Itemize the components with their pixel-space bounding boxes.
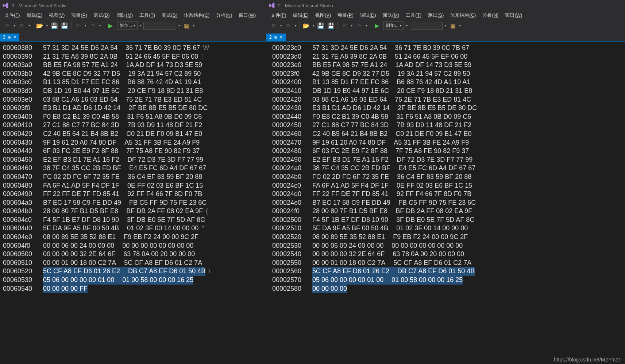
hex-row[interactable]: 0006039021 31 7E A8 39 8C 2A 0B51 24 66 … [3, 52, 263, 61]
hex-bytes[interactable]: 38 7F C4 35 CC 2B FD BFE4 E5 FC 6D A4 DF… [43, 164, 206, 173]
dropdown-icon[interactable]: ▾ [294, 21, 297, 30]
hex-bytes[interactable]: 6F 03 FC 2E E9 F2 8F 887F 75 A8 FE 90 82… [312, 147, 469, 156]
menu-item[interactable]: 项目(P) [68, 11, 90, 19]
hex-bytes[interactable]: F0 E8 C2 B1 39 C0 4B 5831 F6 51 A8 0B D0… [43, 113, 202, 121]
hex-row[interactable]: 00060450E2 EF B3 D1 7E A1 16 F2DF 72 D3 … [3, 156, 263, 164]
hex-row[interactable]: 000603c0B1 13 85 D1 F7 EE FC 86B6 88 76 … [3, 78, 263, 87]
hex-row[interactable]: .000025105E DA 9F A5 BF 00 50 4B01 02 3F… [272, 224, 622, 233]
save-icon[interactable]: 💾 [316, 21, 325, 30]
hex-row[interactable]: 00060480FA 6F A1 AD 5F F4 DF 1F0E FF 02 … [3, 181, 263, 190]
nav-back-icon[interactable]: ⭘ [269, 21, 278, 30]
hex-row[interactable]: .00002430E3 B1 D1 AD D6 1D 42 142F BE 8B… [272, 104, 622, 113]
dropdown-icon[interactable]: ▾ [46, 21, 49, 30]
hex-bytes[interactable]: 9F 19 61 20 A0 74 80 DFA5 31 FF 3B FE 24… [43, 138, 200, 147]
hex-bytes[interactable]: C2 40 B5 64 21 B4 8B B2C0 21 DE F0 09 B1… [43, 130, 202, 138]
hex-row[interactable]: .000023c057 31 3D 24 5E D6 2A 5436 71 7E… [272, 44, 622, 52]
dropdown-icon[interactable]: ▾ [178, 21, 181, 30]
document-tab[interactable]: 2 ⊕ ✕ [266, 34, 286, 41]
hex-row[interactable]: 000605205C CF A8 EF D6 01 26 E2DB C7 A8 … [3, 267, 263, 276]
redo-icon[interactable]: ↷ [355, 21, 363, 30]
menu-item[interactable]: 编辑(E) [290, 11, 312, 19]
hex-bytes[interactable]: 5E DA 9F A5 BF 00 50 4B01 02 3F 00 14 00… [312, 224, 468, 233]
menu-item[interactable]: 团队(M) [380, 11, 402, 19]
nav-back-icon[interactable]: ⭘ [3, 21, 12, 30]
hex-bytes[interactable]: 03 88 C1 A6 16 03 ED 6475 2E 71 7B E3 ED… [312, 95, 471, 104]
hex-editor[interactable]: .000023c057 31 3D 24 5E D6 2A 5436 71 7E… [266, 41, 625, 364]
hex-bytes[interactable]: E3 B1 D1 AD D6 1D 42 142F BE 8B E5 B5 DE… [312, 104, 477, 113]
hex-bytes[interactable]: DB 1D 19 E0 44 97 1E 6C20 CE F9 18 8D 21… [312, 87, 472, 95]
dropdown-icon[interactable]: ▾ [139, 21, 142, 30]
hex-row[interactable]: .0000242003 88 C1 A6 16 03 ED 6475 2E 71… [272, 95, 622, 104]
hex-bytes[interactable]: BB E5 FA 98 57 7E A1 241A AD DF 14 73 D3… [312, 61, 471, 70]
hex-bytes[interactable]: B7 EC 17 58 C9 FE DD 49FB C5 FF 9D 75 FE… [43, 199, 207, 207]
hex-editor[interactable]: 0006038057 31 3D 24 5E D6 2A 5436 71 7E … [0, 41, 266, 364]
dropdown-icon[interactable]: ▾ [28, 21, 31, 30]
hex-row[interactable]: 000604f000 00 06 00 24 00 00 0000 00 00 … [3, 242, 263, 250]
hex-bytes[interactable]: F4 5F 1B E7 DF D8 10 903F DB E0 5E 7F 5D… [312, 216, 474, 224]
hex-row[interactable]: 000604e008 00 89 5E 35 52 88 E1F9 EB F2 … [3, 233, 263, 242]
hex-bytes[interactable]: 21 31 7E A8 39 8C 2A 0B51 24 66 45 5F EF… [43, 52, 198, 61]
attach-button[interactable]: 附加...▾ [117, 21, 138, 30]
hex-bytes[interactable]: 28 00 80 7F B1 D5 BF E8BF DB 2A FF 08 02… [312, 207, 472, 216]
hex-bytes[interactable]: 08 00 89 5E 35 52 88 E1F9 EB F2 24 00 00… [43, 233, 198, 242]
hex-row[interactable]: 0006054000 00 00 00 FF [3, 285, 263, 293]
extension-icon[interactable]: ▦ [182, 21, 191, 30]
hex-bytes[interactable]: FF 22 FF DE 7F FD 85 4192 FF F4 66 7F 8D… [43, 190, 202, 199]
dropdown-icon[interactable]: ▾ [405, 21, 408, 30]
hex-bytes[interactable]: 6F 03 FC 2E E9 F2 8F 887F 75 A8 FE 90 82… [43, 147, 200, 156]
hex-row[interactable]: .0000254000 00 00 00 32 2E 64 6F63 78 0A… [272, 250, 622, 259]
dropdown-icon[interactable]: ▾ [350, 21, 353, 30]
hex-bytes[interactable]: FF 22 FF DE 7F FD 85 4192 FF F4 66 7F 8D… [312, 190, 471, 199]
save-icon[interactable]: 💾 [50, 21, 59, 30]
menu-item[interactable]: 工具(T) [136, 11, 158, 19]
hex-row[interactable]: .000024b0FC 02 2D FC 6F 72 35 FE36 C4 EF… [272, 173, 622, 181]
hex-row[interactable]: .0000258000 00 00 00 [272, 285, 622, 293]
save-all-icon[interactable]: 💾 [60, 21, 69, 30]
hex-row[interactable]: .000025605C CF A8 EF D6 01 26 E2DB C7 A8… [272, 267, 622, 276]
hex-bytes[interactable]: 27 C1 88 C7 77 BC 84 3D7B 93 D9 11 48 DF… [312, 121, 471, 130]
attach-button[interactable]: 附加...▾ [383, 21, 404, 30]
hex-row[interactable]: .0000255000 00 01 00 18 00 C2 7A5C CF A8… [272, 259, 622, 267]
dropdown-icon[interactable]: ▾ [312, 21, 315, 30]
nav-forward-icon[interactable]: ⭘ [18, 21, 26, 30]
hex-bytes[interactable]: FA 6F A1 AD 5F F4 DF 1F0E FF 02 03 E6 BF… [43, 181, 203, 190]
menu-item[interactable]: 视图(V) [46, 11, 67, 19]
start-icon[interactable]: ▶ [373, 21, 381, 30]
hex-row[interactable]: 000603a0BB E5 FA 98 57 7E A1 241A AD DF … [3, 61, 263, 70]
hex-row[interactable]: .0000252008 00 89 5E 35 52 88 E1F9 EB F2… [272, 233, 622, 242]
hex-bytes[interactable]: E2 EF B3 D1 7E A1 16 F2DF 72 D3 7E 3D F7… [43, 156, 203, 164]
hex-bytes[interactable]: 5C CF A8 EF D6 01 26 E2DB C7 A8 EF D6 01… [312, 267, 475, 276]
menu-item[interactable]: 测试(S) [425, 11, 447, 19]
pin-icon[interactable]: ⊕ [8, 35, 11, 40]
extension-icon[interactable]: ▦ [448, 21, 457, 30]
hex-row[interactable]: .000023f042 9B CE 8C D9 32 77 D519 3A 21… [272, 70, 622, 78]
hex-row[interactable]: 00060490FF 22 FF DE 7F FD 85 4192 FF F4 … [3, 190, 263, 199]
hex-row[interactable]: 00060470FC 02 2D FC 6F 72 35 FE36 C4 EF … [3, 173, 263, 181]
menu-item[interactable]: 测试(S) [159, 11, 180, 19]
hex-bytes[interactable]: B1 13 85 D1 F7 EE FC 86B6 88 76 42 4D A1… [312, 78, 470, 87]
hex-row[interactable]: 00060420C2 40 B5 64 21 B4 8B B2C0 21 DE … [3, 130, 263, 138]
hex-row[interactable]: .000024806F 03 FC 2E E9 F2 8F 887F 75 A8… [272, 147, 622, 156]
redo-icon[interactable]: ↷ [88, 21, 97, 30]
dropdown-icon[interactable]: ▾ [84, 21, 87, 30]
dropdown-icon[interactable]: ▾ [459, 21, 462, 30]
hex-bytes[interactable]: FA 6F A1 AD 5F F4 DF 1F0E FF 02 03 E6 BF… [312, 181, 472, 190]
hex-bytes[interactable]: 42 9B CE 8C D9 32 77 D519 3A 21 94 57 C2… [312, 70, 470, 78]
hex-row[interactable]: .000023e0BB E5 FA 98 57 7E A1 241A AD DF… [272, 61, 622, 70]
hex-row[interactable]: 0006051000 00 01 00 18 00 C2 7A5C CF A8 … [3, 259, 263, 267]
hex-row[interactable]: 000603b042 9B CE 8C D9 32 77 D519 3A 21 … [3, 70, 263, 78]
close-icon[interactable]: ✕ [279, 35, 283, 40]
hex-bytes[interactable]: 05 06 00 00 00 00 01 0001 00 58 00 00 00… [312, 276, 463, 285]
hex-row[interactable]: .00002400B1 13 85 D1 F7 EE FC 86B6 88 76… [272, 78, 622, 87]
hex-bytes[interactable]: E2 EF B3 D1 7E A1 16 F2DF 72 D3 7E 3D F7… [312, 156, 472, 164]
hex-row[interactable]: 0006041027 C1 88 C7 77 BC 84 3D7B 93 D9 … [3, 121, 263, 130]
hex-bytes[interactable]: B7 EC 17 58 C9 FE DD 49FB C5 FF 9D 75 FE… [312, 199, 476, 207]
hex-row[interactable]: 000603e003 88 C1 A6 16 03 ED 6475 2E 71 … [3, 95, 263, 104]
hex-bytes[interactable]: 42 9B CE 8C D9 32 77 D519 3A 21 94 57 C2… [43, 70, 201, 78]
hex-row[interactable]: .00002410DB 1D 19 E0 44 97 1E 6C20 CE F9… [272, 87, 622, 95]
menu-item[interactable]: 文件(F) [1, 11, 23, 19]
nav-forward-icon[interactable]: ⭘ [284, 21, 293, 30]
hex-row[interactable]: 0006038057 31 3D 24 5E D6 2A 5436 71 7E … [3, 44, 263, 52]
hex-bytes[interactable]: 00 00 00 00 32 2E 64 6F63 78 0A 00 20 00… [43, 250, 195, 259]
hex-row[interactable]: 000604a0B7 EC 17 58 C9 FE DD 49FB C5 FF … [3, 199, 263, 207]
